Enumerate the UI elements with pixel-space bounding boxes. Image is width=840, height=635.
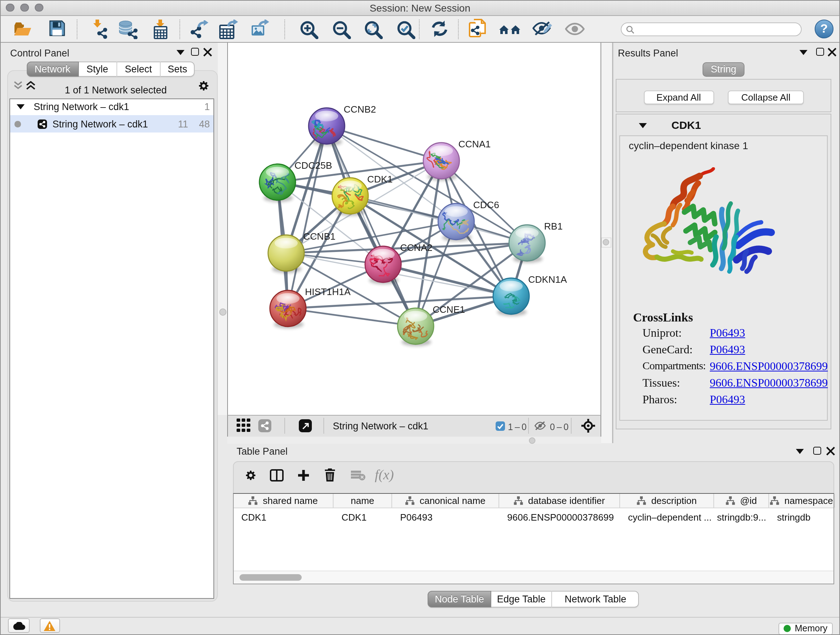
svg-text:CDC25B: CDC25B	[294, 160, 332, 171]
svg-text:HIST1H1A: HIST1H1A	[305, 287, 351, 297]
svg-text:CDC6: CDC6	[473, 200, 499, 211]
svg-text:RB1: RB1	[544, 221, 562, 232]
svg-text:CCNA2: CCNA2	[400, 242, 432, 253]
svg-text:CDK1: CDK1	[367, 174, 393, 185]
svg-text:CDKN1A: CDKN1A	[528, 274, 567, 285]
svg-text:CCNB1: CCNB1	[303, 231, 335, 242]
svg-text:CCNB2: CCNB2	[344, 104, 376, 115]
svg-text:CCNE1: CCNE1	[433, 304, 465, 315]
svg-text:CCNA1: CCNA1	[458, 139, 491, 149]
